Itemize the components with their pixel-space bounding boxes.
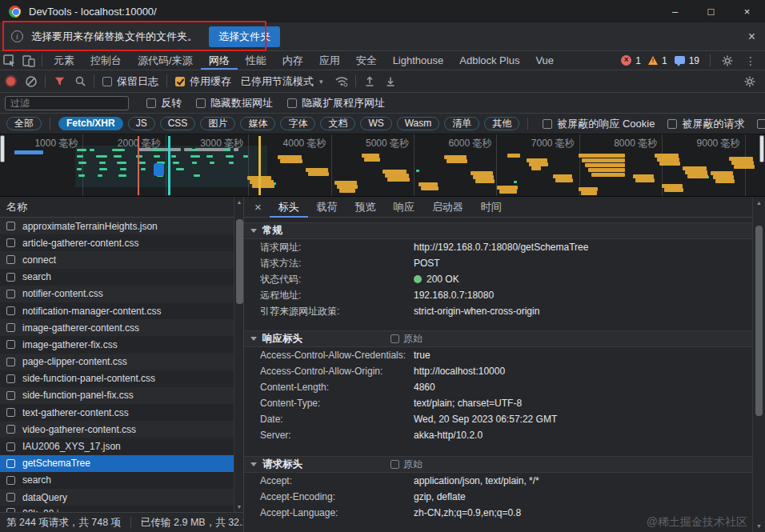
request-row[interactable]: image-gatherer-content.css [0,319,234,336]
blocked-cookies-checkbox[interactable] [543,119,552,129]
message-count[interactable]: 19 [689,55,699,66]
section-header[interactable]: 请求标头原始 [244,456,752,473]
row-checkbox[interactable] [6,408,15,417]
section-header[interactable]: 响应标头原始 [244,330,752,347]
hide-data-urls-toggle[interactable]: 隐藏数据网址 [196,96,273,110]
tab-Vue[interactable]: Vue [527,51,562,70]
filter-input[interactable] [5,96,129,110]
hide-extension-urls-checkbox[interactable] [287,98,297,108]
request-row[interactable]: text-gatherer-content.css [0,404,234,421]
blocked-requests-checkbox[interactable] [667,119,677,129]
infobar-close-icon[interactable]: × [748,30,755,44]
row-checkbox[interactable] [6,323,15,332]
details-tab-预览[interactable]: 预览 [346,197,385,218]
third-party-checkbox[interactable] [757,119,765,129]
disable-cache-checkbox[interactable] [175,77,185,86]
row-checkbox[interactable] [6,306,15,315]
request-row[interactable]: article-gatherer-content.css [0,234,234,251]
raw-toggle[interactable]: 原始 [391,332,423,346]
request-row[interactable]: approximateTerrainHeights.json [0,218,234,234]
close-details-icon[interactable]: × [244,200,270,214]
filter-pill-JS[interactable]: JS [128,117,155,130]
tab-安全[interactable]: 安全 [348,51,385,70]
details-tab-启动器[interactable]: 启动器 [423,197,472,218]
filter-pill-CSS[interactable]: CSS [160,117,196,130]
settings-gear-icon[interactable] [718,52,737,70]
invert-checkbox[interactable] [146,98,156,108]
tab-Adblock Plus[interactable]: Adblock Plus [451,51,527,70]
row-checkbox[interactable] [6,222,15,230]
raw-toggle[interactable]: 原始 [391,458,423,471]
row-checkbox[interactable] [6,442,15,451]
row-checkbox[interactable] [6,459,15,468]
tab-内存[interactable]: 内存 [274,51,311,70]
scroll-down-icon[interactable]: ▼ [234,504,244,510]
tab-元素[interactable]: 元素 [46,51,82,70]
warning-badge-icon[interactable] [648,56,658,65]
scrollbar-thumb[interactable] [755,226,763,416]
network-settings-gear-icon[interactable] [739,71,760,92]
overview-handle-right[interactable] [759,135,764,162]
request-row[interactable]: image-gatherer-fix.css [0,336,234,353]
request-row[interactable]: search [0,269,234,286]
request-row[interactable]: IAU2006_XYS_17.json [0,438,234,454]
request-row[interactable]: getSchemaTree [0,455,234,472]
error-badge-icon[interactable] [621,55,631,66]
filter-pill-字体[interactable]: 字体 [280,117,315,130]
request-row-partial[interactable]: 00k_00.j [0,506,234,512]
maximize-button[interactable]: □ [693,0,729,22]
tab-应用[interactable]: 应用 [311,51,348,70]
filter-pill-WS[interactable]: WS [360,117,391,130]
scroll-up-icon[interactable]: ▲ [234,199,244,205]
timeline-overview[interactable]: 1000 毫秒2000 毫秒3000 毫秒4000 毫秒5000 毫秒6000 … [0,134,765,197]
request-row[interactable]: side-function-panel-fix.css [0,387,234,404]
request-row[interactable]: dataQuery [0,489,234,506]
row-checkbox[interactable] [6,425,15,434]
details-scrollbar[interactable]: ▲ ▼ [752,197,765,532]
request-row[interactable]: notification-manager-content.css [0,302,234,319]
hide-extension-urls-toggle[interactable]: 隐藏扩展程序网址 [287,96,385,110]
import-har-icon[interactable] [359,71,380,92]
export-har-icon[interactable] [380,71,401,92]
tab-控制台[interactable]: 控制台 [82,51,130,70]
overview-handle-left[interactable] [0,135,5,162]
filter-pill-文档[interactable]: 文档 [320,117,355,130]
record-icon[interactable] [0,71,21,92]
disable-cache-toggle[interactable]: 停用缓存 [175,74,231,89]
request-row[interactable]: notifier-content.css [0,286,234,302]
section-header[interactable]: 常规 [244,222,752,239]
message-badge-icon[interactable] [675,56,685,64]
blocked-requests-toggle[interactable]: 被屏蔽的请求 [667,117,744,131]
name-column-header[interactable]: 名称 [0,197,243,218]
request-row[interactable]: side-function-panel-content.css [0,370,234,387]
error-count[interactable]: 1 [635,55,641,66]
minimize-button[interactable]: – [657,0,693,22]
filter-pill-Fetch/XHR[interactable]: Fetch/XHR [58,117,123,130]
tab-性能[interactable]: 性能 [238,51,274,70]
raw-checkbox[interactable] [391,460,399,469]
filter-pill-图片[interactable]: 图片 [200,117,235,130]
row-checkbox[interactable] [6,358,15,366]
filter-pill-全部[interactable]: 全部 [6,117,42,130]
preserve-log-toggle[interactable]: 保留日志 [102,74,158,89]
filter-pill-Wasm[interactable]: Wasm [397,117,440,130]
details-tab-时间[interactable]: 时间 [472,197,511,218]
invert-toggle[interactable]: 反转 [146,96,182,110]
filter-pill-清单[interactable]: 清单 [444,117,479,130]
throttling-select[interactable]: 已停用节流模式 ▾ [241,74,323,89]
blocked-cookies-toggle[interactable]: 被屏蔽的响应 Cookie [543,117,655,131]
filter-icon[interactable] [49,71,70,92]
more-menu-icon[interactable]: ⋮ [741,52,760,70]
clear-icon[interactable] [21,71,42,92]
details-tab-载荷[interactable]: 载荷 [308,197,346,218]
request-row[interactable]: connect [0,251,234,268]
row-checkbox[interactable] [6,391,15,400]
scroll-down-icon[interactable]: ▼ [753,523,765,529]
details-tab-响应[interactable]: 响应 [385,197,423,218]
row-checkbox[interactable] [6,273,15,282]
device-toolbar-icon[interactable] [19,52,38,70]
search-icon[interactable] [70,71,90,92]
network-conditions-icon[interactable] [331,71,352,92]
filter-pill-其他[interactable]: 其他 [484,117,519,130]
request-row[interactable]: page-clipper-content.css [0,354,234,370]
